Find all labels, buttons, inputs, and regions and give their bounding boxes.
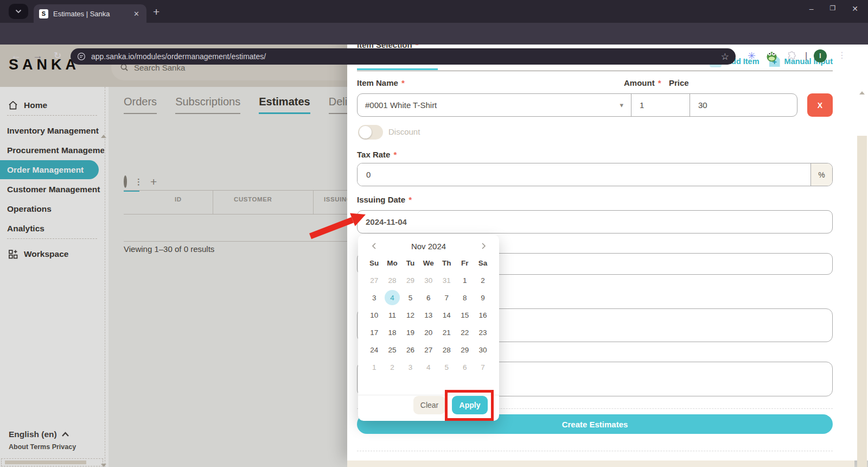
calendar-day[interactable]: 28: [438, 341, 456, 358]
calendar-day[interactable]: 14: [438, 306, 456, 324]
calendar-day[interactable]: 29: [401, 272, 419, 289]
url-text[interactable]: app.sanka.io/modules/ordermanagement/est…: [91, 52, 721, 61]
tab-search-button[interactable]: [9, 4, 28, 19]
vertical-scrollbar[interactable]: [857, 136, 867, 467]
calendar-day[interactable]: 27: [365, 272, 383, 289]
calendar-day-number: 9: [475, 290, 490, 305]
calendar-day-number: 25: [385, 342, 400, 357]
calendar-day[interactable]: 31: [438, 272, 456, 289]
calendar-day[interactable]: 25: [383, 341, 401, 358]
calendar-day[interactable]: 3: [365, 289, 383, 306]
tax-rate-input[interactable]: [358, 163, 810, 186]
profile-avatar[interactable]: I: [814, 49, 827, 62]
calendar-day[interactable]: 1: [365, 358, 383, 376]
calendar-day[interactable]: 4: [383, 289, 401, 306]
tab-close-icon[interactable]: ✕: [132, 10, 141, 18]
favicon: S: [39, 9, 48, 18]
issuing-date-label: Issuing Date*: [357, 195, 412, 204]
calendar-day[interactable]: 23: [474, 324, 492, 341]
reload-icon[interactable]: ↻: [54, 50, 61, 61]
forward-icon[interactable]: →: [33, 50, 43, 62]
calendar-day[interactable]: 19: [401, 324, 419, 341]
calendar-day[interactable]: 10: [365, 306, 383, 324]
bookmark-star-icon[interactable]: ☆: [721, 51, 729, 62]
calendar-day-number: 22: [457, 325, 473, 340]
calendar-day[interactable]: 13: [419, 306, 437, 324]
calendar-day[interactable]: 2: [474, 272, 492, 289]
calendar-day-number: 5: [403, 290, 418, 305]
next-month-icon[interactable]: [477, 240, 489, 252]
calendar-day[interactable]: 21: [438, 324, 456, 341]
minimize-icon[interactable]: –: [809, 4, 814, 13]
calendar-day[interactable]: 16: [474, 306, 492, 324]
calendar-day[interactable]: 22: [456, 324, 474, 341]
calendar-day[interactable]: 8: [456, 289, 474, 306]
calendar-day[interactable]: 3: [401, 358, 419, 376]
calendar-day-number: 30: [421, 273, 436, 288]
calendar-day-number: 4: [421, 359, 436, 375]
tab-title: Estimates | Sanka: [53, 10, 132, 18]
back-icon[interactable]: ←: [11, 50, 21, 62]
calendar-day[interactable]: 4: [419, 358, 437, 376]
clear-button[interactable]: Clear: [413, 396, 445, 414]
extensions-puzzle-icon[interactable]: [787, 51, 797, 61]
calendar-day[interactable]: 9: [474, 289, 492, 306]
extension-starburst-icon[interactable]: ✳: [748, 50, 756, 62]
calendar-day[interactable]: 26: [401, 341, 419, 358]
calendar-day[interactable]: 29: [456, 341, 474, 358]
calendar-day-number: 24: [367, 342, 382, 357]
remove-item-button[interactable]: X: [807, 93, 833, 117]
toggle-knob: [359, 126, 372, 138]
amount-input[interactable]: [631, 94, 690, 116]
item-row: #0001 White T-Shirt ▾: [357, 93, 797, 117]
calendar-day[interactable]: 11: [383, 306, 401, 324]
item-name-select[interactable]: #0001 White T-Shirt ▾: [358, 94, 631, 116]
calendar-day[interactable]: 6: [456, 358, 474, 376]
calendar-day-number: 29: [457, 342, 473, 357]
calendar-day-number: 7: [439, 290, 454, 305]
calendar-day[interactable]: 5: [438, 358, 456, 376]
window-controls: – ❐ ✕: [809, 4, 858, 13]
scroll-up-arrow-icon[interactable]: [859, 91, 865, 94]
calendar-day-number: 6: [457, 359, 473, 375]
calendar-day-number: 13: [421, 307, 436, 323]
calendar-day[interactable]: 24: [365, 341, 383, 358]
calendar-day-number: 3: [403, 359, 418, 375]
month-label[interactable]: Nov 2024: [411, 242, 446, 251]
calendar-day[interactable]: 7: [438, 289, 456, 306]
url-bar[interactable]: app.sanka.io/modules/ordermanagement/est…: [71, 48, 736, 65]
calendar-day[interactable]: 6: [419, 289, 437, 306]
restore-icon[interactable]: ❐: [830, 4, 836, 13]
calendar-day[interactable]: 20: [419, 324, 437, 341]
issuing-date-input[interactable]: [357, 210, 833, 234]
calendar-day[interactable]: 2: [383, 358, 401, 376]
tax-rate-label: Tax Rate*: [357, 150, 397, 159]
new-tab-icon[interactable]: +: [153, 5, 159, 18]
price-input[interactable]: [690, 94, 797, 116]
calendar-day[interactable]: 28: [383, 272, 401, 289]
browser-menu-kebab-icon[interactable]: ⋮: [838, 50, 846, 60]
horizontal-scrollbar[interactable]: [347, 460, 854, 467]
create-estimate-panel: Item Selection* Estimates Based TaxItem …: [347, 45, 868, 460]
calendar-day[interactable]: 15: [456, 306, 474, 324]
calendar-day-number: 4: [385, 290, 400, 305]
calendar-day[interactable]: 12: [401, 306, 419, 324]
calendar-day[interactable]: 30: [474, 341, 492, 358]
percent-addon: %: [810, 163, 832, 186]
calendar-day[interactable]: 17: [365, 324, 383, 341]
calendar-day-number: 28: [439, 342, 454, 357]
calendar-day[interactable]: 5: [401, 289, 419, 306]
calendar-day[interactable]: 30: [419, 272, 437, 289]
browser-tab[interactable]: S Estimates | Sanka ✕: [34, 4, 146, 23]
calendar-day[interactable]: 18: [383, 324, 401, 341]
calendar-day[interactable]: 7: [474, 358, 492, 376]
calendar-day[interactable]: 27: [419, 341, 437, 358]
calendar-day[interactable]: 1: [456, 272, 474, 289]
price-cell: [690, 94, 797, 116]
extension-frog-icon[interactable]: [766, 51, 777, 62]
calendar-day-number: 1: [367, 359, 382, 375]
calendar-day-number: 27: [421, 342, 436, 357]
close-icon[interactable]: ✕: [852, 4, 858, 13]
weekday-label: We: [419, 254, 437, 272]
discount-toggle[interactable]: [358, 125, 383, 140]
